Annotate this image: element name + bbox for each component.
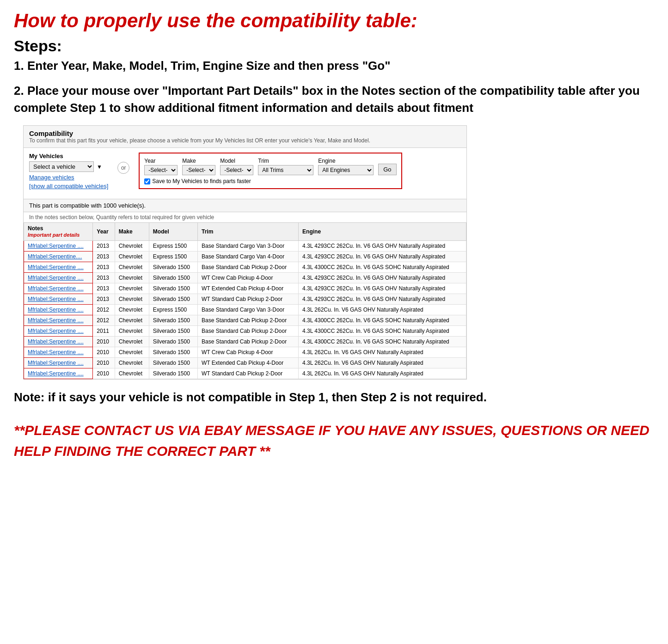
make-cell: Chevrolet [115, 368, 149, 379]
engine-cell: 4.3L 262Cu. In. V6 GAS OHV Naturally Asp… [299, 368, 466, 379]
table-row: Mfrlabel:Serpentine ....2013ChevroletSil… [24, 283, 466, 294]
main-title: How to properly use the compatibility ta… [14, 9, 654, 32]
engine-cell: 4.3L 262Cu. In. V6 GAS OHV Naturally Asp… [299, 305, 466, 315]
notes-sub-header: Important part details [28, 232, 80, 238]
trim-label: Trim [258, 158, 313, 164]
make-cell: Chevrolet [115, 251, 149, 262]
year-cell: 2013 [93, 294, 115, 305]
make-cell: Chevrolet [115, 315, 149, 326]
table-row: Mfrlabel:Serpentine ....2012ChevroletSil… [24, 315, 466, 326]
year-field: Year -Select- [144, 158, 178, 175]
dropdown-arrow-icon: ▼ [97, 164, 102, 170]
go-button[interactable]: Go [378, 164, 396, 175]
year-cell: 2013 [93, 262, 115, 273]
model-cell: Express 1500 [149, 251, 197, 262]
model-cell: Silverado 1500 [149, 347, 197, 358]
model-cell: Express 1500 [149, 241, 197, 251]
save-checkbox[interactable] [144, 178, 150, 184]
contact-text: **PLEASE CONTACT US VIA EBAY MESSAGE IF … [14, 420, 654, 461]
make-label: Make [182, 158, 215, 164]
model-cell: Silverado 1500 [149, 315, 197, 326]
model-cell: Silverado 1500 [149, 294, 197, 305]
col-engine: Engine [299, 223, 466, 241]
compat-note: In the notes section below, Quantity ref… [24, 212, 466, 222]
show-all-link[interactable]: [show all compatible vehicles] [29, 183, 108, 190]
col-model: Model [149, 223, 197, 241]
notes-cell[interactable]: Mfrlabel:Serpentine .... [24, 305, 93, 315]
year-cell: 2010 [93, 347, 115, 358]
notes-cell[interactable]: Mfrlabel:Serpentine .... [24, 347, 93, 358]
engine-cell: 4.3L 4300CC 262Cu. In. V6 GAS SOHC Natur… [299, 262, 466, 273]
make-cell: Chevrolet [115, 241, 149, 251]
table-row: Mfrlabel:Serpentine ....2010ChevroletSil… [24, 368, 466, 379]
year-cell: 2010 [93, 337, 115, 347]
or-label: or [117, 162, 129, 174]
notes-cell[interactable]: Mfrlabel:Serpentine.... [24, 251, 93, 262]
make-field: Make -Select- [182, 158, 215, 175]
compat-info-bar: This part is compatible with 1000 vehicl… [24, 199, 466, 212]
engine-cell: 4.3L 4300CC 262Cu. In. V6 GAS SOHC Natur… [299, 326, 466, 337]
table-row: Mfrlabel:Serpentine ....2013ChevroletSil… [24, 262, 466, 273]
compat-header: Compatibility To confirm that this part … [24, 126, 466, 148]
table-row: Mfrlabel:Serpentine ....2013ChevroletSil… [24, 273, 466, 283]
save-label: Save to My Vehicles to finds parts faste… [152, 178, 251, 184]
year-cell: 2013 [93, 283, 115, 294]
year-select[interactable]: -Select- [144, 165, 178, 175]
year-cell: 2013 [93, 251, 115, 262]
year-cell: 2012 [93, 315, 115, 326]
table-row: Mfrlabel:Serpentine ....2013ChevroletExp… [24, 241, 466, 251]
trim-field: Trim All Trims [258, 158, 313, 175]
col-make: Make [115, 223, 149, 241]
year-cell: 2010 [93, 358, 115, 368]
make-cell: Chevrolet [115, 305, 149, 315]
table-row: Mfrlabel:Serpentine ....2010ChevroletSil… [24, 347, 466, 358]
col-trim: Trim [198, 223, 299, 241]
make-cell: Chevrolet [115, 262, 149, 273]
engine-field: Engine All Engines [318, 158, 374, 175]
compatibility-section: Compatibility To confirm that this part … [23, 125, 467, 380]
table-row: Mfrlabel:Serpentine ....2010ChevroletSil… [24, 337, 466, 347]
model-field: Model -Select- [220, 158, 253, 175]
model-cell: Express 1500 [149, 305, 197, 315]
model-cell: Silverado 1500 [149, 337, 197, 347]
trim-select[interactable]: All Trims [258, 165, 313, 175]
notes-cell[interactable]: Mfrlabel:Serpentine .... [24, 326, 93, 337]
model-cell: Silverado 1500 [149, 283, 197, 294]
model-cell: Silverado 1500 [149, 368, 197, 379]
notes-cell[interactable]: Mfrlabel:Serpentine .... [24, 241, 93, 251]
model-cell: Silverado 1500 [149, 262, 197, 273]
engine-cell: 4.3L 4300CC 262Cu. In. V6 GAS SOHC Natur… [299, 315, 466, 326]
engine-cell: 4.3L 4293CC 262Cu. In. V6 GAS OHV Natura… [299, 273, 466, 283]
notes-cell[interactable]: Mfrlabel:Serpentine .... [24, 283, 93, 294]
notes-cell[interactable]: Mfrlabel:Serpentine .... [24, 337, 93, 347]
notes-cell[interactable]: Mfrlabel:Serpentine .... [24, 368, 93, 379]
notes-cell[interactable]: Mfrlabel:Serpentine .... [24, 294, 93, 305]
year-cell: 2010 [93, 368, 115, 379]
notes-cell[interactable]: Mfrlabel:Serpentine .... [24, 358, 93, 368]
engine-cell: 4.3L 262Cu. In. V6 GAS OHV Naturally Asp… [299, 347, 466, 358]
table-row: Mfrlabel:Serpentine ....2011ChevroletSil… [24, 326, 466, 337]
model-label: Model [220, 158, 253, 164]
trim-cell: WT Crew Cab Pickup 4-Door [198, 347, 299, 358]
col-notes: Notes Important part details [24, 223, 93, 241]
model-cell: Silverado 1500 [149, 358, 197, 368]
table-row: Mfrlabel:Serpentine ....2010ChevroletSil… [24, 358, 466, 368]
make-select[interactable]: -Select- [182, 165, 215, 175]
notes-cell[interactable]: Mfrlabel:Serpentine .... [24, 262, 93, 273]
trim-cell: WT Extended Cab Pickup 4-Door [198, 283, 299, 294]
make-cell: Chevrolet [115, 273, 149, 283]
manage-vehicles-link[interactable]: Manage vehicles [29, 174, 108, 181]
notes-cell[interactable]: Mfrlabel:Serpentine .... [24, 315, 93, 326]
engine-label: Engine [318, 158, 374, 164]
year-label: Year [144, 158, 178, 164]
engine-select[interactable]: All Engines [318, 165, 374, 175]
vehicle-select[interactable]: Select a vehicle [29, 161, 94, 172]
compat-subtitle: To confirm that this part fits your vehi… [29, 137, 461, 144]
make-cell: Chevrolet [115, 358, 149, 368]
trim-cell: Base Standard Cab Pickup 2-Door [198, 262, 299, 273]
notes-cell[interactable]: Mfrlabel:Serpentine .... [24, 273, 93, 283]
make-cell: Chevrolet [115, 347, 149, 358]
engine-cell: 4.3L 4293CC 262Cu. In. V6 GAS OHV Natura… [299, 283, 466, 294]
model-select[interactable]: -Select- [220, 165, 253, 175]
trim-cell: WT Standard Cab Pickup 2-Door [198, 368, 299, 379]
